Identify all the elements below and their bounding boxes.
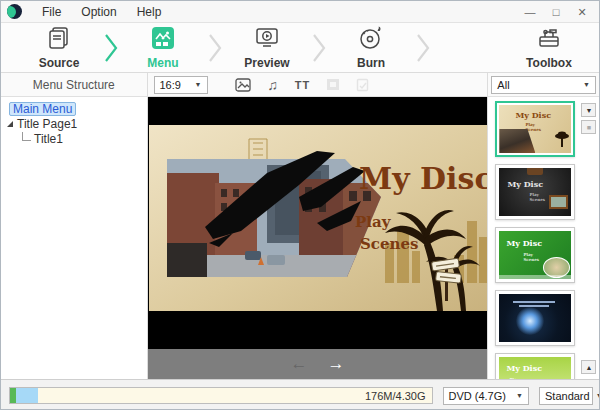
step-chevron-icon [415,33,431,63]
toolbox-icon [536,25,562,54]
template-panel: My Disc Play Scenes My Disc Play Scenes [487,97,599,379]
thumbnail-title: My Disc [515,110,551,120]
scenes-button[interactable]: Scenes [360,235,418,253]
aspect-ratio-select[interactable]: 16:9 ▼ [154,76,208,94]
preview-page-navigation: ← → [148,349,488,379]
step-burn-label: Burn [357,56,385,70]
main-content: Main Menu Title Page1 Title1 [1,97,599,379]
step-menu-label: Menu [147,56,178,70]
background-music-icon[interactable]: ♫ [264,77,282,93]
thumbnail-title: My Disc [506,238,542,248]
source-documents-icon [46,25,72,54]
app-window: File Option Help — □ ✕ Source [0,0,600,410]
menu-structure-tree: Main Menu Title Page1 Title1 [1,102,147,146]
capacity-segment-video [16,388,38,403]
step-source-label: Source [39,56,80,70]
frame-icon [324,77,342,93]
step-preview-label: Preview [244,56,289,70]
capacity-text: 176M/4.30G [365,390,426,402]
preview-monitor-icon [254,25,280,54]
next-page-arrow-icon[interactable]: → [327,349,344,379]
panel-option-button[interactable]: ■ [581,120,596,134]
window-controls: — □ ✕ [519,4,599,20]
text-line [513,301,555,303]
bottom-band [499,275,571,279]
app-logo-icon [7,4,22,19]
thumbnail-title: My Disc [507,179,543,189]
step-menu[interactable]: Menu [123,25,203,70]
chevron-down-icon: ▼ [583,81,590,88]
text-line [519,305,549,307]
menu-title-text[interactable]: My Disc [359,161,488,196]
menu-option[interactable]: Option [71,1,126,23]
step-chevron-icon [311,33,327,63]
palm-icon [553,129,569,147]
apply-template-icon [354,77,372,93]
menu-file[interactable]: File [32,1,71,23]
aspect-ratio-value: 16:9 [160,79,181,91]
play-button[interactable]: Play [355,213,392,231]
template-filter-value: All [497,79,509,91]
step-burn[interactable]: Burn [331,25,411,70]
step-source[interactable]: Source [19,25,99,70]
menu-structure-panel: Main Menu Title Page1 Title1 [1,97,148,379]
step-chevron-icon [207,33,223,63]
template-thumbnail-chalkboard[interactable]: My Disc Play Scenes [495,164,575,220]
thumbnail-subtitle: Play Scenes [529,192,545,202]
disc-type-value: DVD (4.7G) [449,390,506,402]
panel-collapse-button[interactable]: ▼ [581,103,596,117]
template-thumbnail-blue-disc[interactable] [495,290,575,346]
status-bar: 176M/4.30G DVD (4.7G) ▼ Standard ▼ [1,379,599,410]
burn-disc-icon [358,25,384,54]
thumbnail-photo [499,129,535,153]
tree-item-title1[interactable]: Title1 [1,132,147,146]
text-tool-icon[interactable]: TT [294,77,312,93]
step-preview[interactable]: Preview [227,25,307,70]
thumbnail-subtitle: Play Scenes [523,252,539,262]
preview-toolbar: 16:9 ▼ ♫ TT [148,73,488,96]
tree-item-label: Title1 [34,132,63,146]
template-filter-bar: All ▼ [487,73,599,96]
toolbox-button[interactable]: Toolbox [517,25,581,70]
chevron-down-icon: ▼ [516,392,523,399]
thumbnail-subtitle: Play Scenes [509,377,525,379]
tree-item-main-menu[interactable]: Main Menu [1,102,147,116]
tree-item-label: Title Page1 [17,117,77,131]
chevron-down-icon: ▼ [195,81,202,88]
template-thumbnail-grass[interactable]: My Disc Play Scenes [495,227,575,283]
template-thumbnail-travel[interactable]: My Disc Play Scenes [495,101,575,157]
menu-template-icon [150,25,176,54]
close-icon[interactable]: ✕ [571,4,593,20]
menu-structure-header: Menu Structure [1,73,148,96]
hanging-sign-icon [527,168,543,175]
disc-type-select[interactable]: DVD (4.7G) ▼ [443,387,530,405]
minimize-icon[interactable]: — [519,4,541,20]
step-chevron-icon [103,33,119,63]
tree-item-title-page[interactable]: Title Page1 [1,117,147,131]
quality-value: Standard [545,390,590,402]
tree-connector-line [22,132,31,141]
maximize-icon[interactable]: □ [545,4,567,20]
tree-expander-icon[interactable] [7,121,13,127]
framed-photo-icon [549,195,568,209]
glowing-disc-icon [516,307,544,335]
panel-headers: Menu Structure 16:9 ▼ ♫ TT [1,73,599,97]
background-image-icon[interactable] [234,77,252,93]
tree-item-label: Main Menu [9,102,76,116]
template-filter-select[interactable]: All ▼ [491,76,596,94]
steps-toolbar: Source Menu [1,23,599,73]
previous-page-arrow-icon: ← [290,349,307,379]
chevron-down-icon: ▼ [596,392,600,399]
scroll-top-button[interactable]: ▲ [581,360,596,374]
dvd-menu-preview[interactable]: My Disc Play Scenes [149,125,488,311]
toolbox-label: Toolbox [526,56,572,70]
template-thumbnail-fresh-green[interactable]: My Disc Play Scenes [495,353,575,379]
template-list: My Disc Play Scenes My Disc Play Scenes [495,101,575,379]
thumbnail-title: My Disc [506,363,542,373]
menu-bar: File Option Help — □ ✕ [1,1,599,23]
menu-help[interactable]: Help [127,1,172,23]
disc-capacity-bar: 176M/4.30G [9,387,433,404]
menu-preview-area: My Disc Play Scenes [148,97,488,379]
quality-select[interactable]: Standard ▼ [539,387,593,405]
